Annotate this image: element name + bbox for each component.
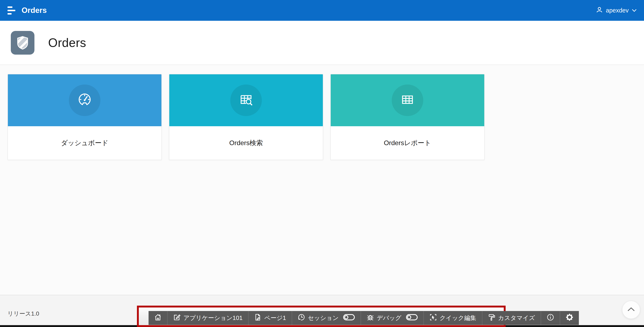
window-title: Orders [22, 6, 47, 15]
navigation-cards: ダッシュボード Orders検索 [8, 74, 485, 160]
toolbar-session-label: セッション [308, 314, 338, 322]
debug-bug-icon [366, 313, 374, 322]
table-search-icon [238, 91, 254, 109]
toolbar-info-button[interactable] [541, 311, 560, 325]
chevron-up-icon [627, 307, 635, 313]
session-toggle-off-icon[interactable] [343, 314, 355, 322]
gear-icon [566, 313, 573, 322]
card-label: Orders検索 [229, 139, 263, 148]
toolbar-application-button[interactable]: アプリケーション101 [168, 311, 248, 325]
chevron-down-icon [632, 7, 637, 14]
card-label: ダッシュボード [61, 139, 108, 148]
card-orders-report[interactable]: Ordersレポート [330, 74, 485, 160]
toolbar-customize-label: カスタマイズ [498, 314, 535, 322]
toolbar-settings-button[interactable] [560, 311, 579, 325]
card-banner [8, 74, 162, 126]
toolbar-session-button[interactable]: セッション [292, 311, 361, 325]
card-orders-search[interactable]: Orders検索 [169, 74, 323, 160]
toolbar-debug-label: デバッグ [377, 314, 402, 322]
page-header: Orders [0, 21, 644, 65]
session-history-icon [298, 313, 305, 322]
edit-page-icon [254, 313, 262, 322]
toolbar-page-label: ページ1 [264, 314, 286, 322]
user-menu[interactable]: apexdev [596, 6, 644, 15]
edit-application-icon [173, 313, 181, 322]
app-shield-icon [11, 31, 34, 55]
info-icon [547, 313, 554, 322]
home-icon [154, 313, 162, 322]
debug-toggle-off-icon[interactable] [406, 314, 418, 322]
release-version: リリース1.0 [8, 310, 39, 318]
toolbar-customize-button[interactable]: カスタマイズ [482, 311, 541, 325]
customize-roller-icon [488, 313, 496, 322]
app-header: Orders apexdev [0, 0, 644, 21]
toolbar-quick-edit-label: クイック編集 [440, 314, 476, 322]
card-banner [169, 74, 323, 126]
gauge-icon [76, 91, 93, 109]
user-name: apexdev [606, 7, 629, 14]
menu-icon[interactable] [0, 0, 21, 21]
card-label: Ordersレポート [384, 139, 431, 148]
toolbar-home-button[interactable] [148, 311, 168, 325]
toolbar-quick-edit-button[interactable]: クイック編集 [424, 311, 482, 325]
card-banner [331, 74, 484, 126]
scroll-to-top-button[interactable] [622, 301, 640, 319]
toolbar-application-label: アプリケーション101 [184, 314, 242, 322]
table-icon [399, 91, 416, 109]
page-title: Orders [48, 36, 86, 50]
person-icon [596, 6, 603, 15]
developer-toolbar: アプリケーション101 ページ1 セッション [148, 311, 579, 325]
quick-edit-cursor-icon [430, 313, 437, 322]
toolbar-debug-button[interactable]: デバッグ [361, 311, 424, 325]
toolbar-page-button[interactable]: ページ1 [248, 311, 292, 325]
card-dashboard[interactable]: ダッシュボード [8, 74, 162, 160]
